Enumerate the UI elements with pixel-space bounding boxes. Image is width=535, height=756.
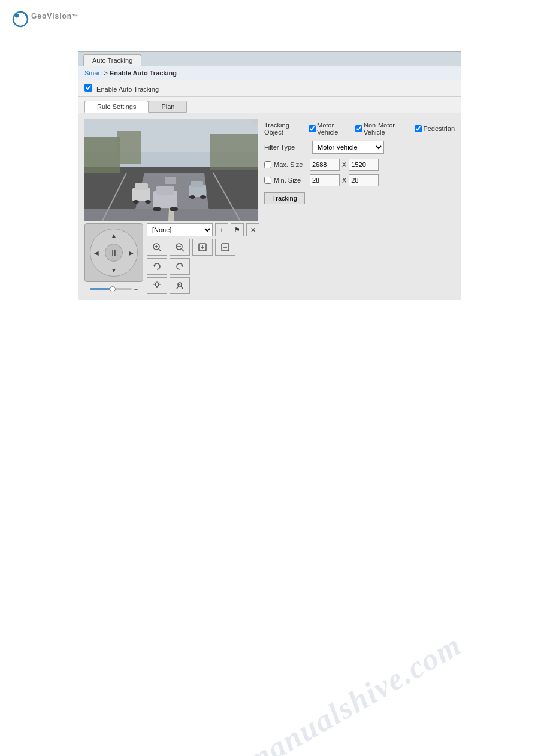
max-size-label: Max. Size [274,161,310,168]
ptz-left-button[interactable]: ◀ [92,248,101,257]
filter-type-label: Filter Type [264,144,312,151]
preset-add-button[interactable]: + [215,223,228,236]
zoom-slider-row: − [87,284,140,294]
svg-rect-20 [191,181,203,187]
svg-point-21 [189,195,195,199]
zoom-label: − [134,286,138,293]
rotate-ccw-button[interactable] [147,258,167,275]
preset-row: [None] + ⚑ ✕ [147,223,259,236]
tracking-button-row: Tracking [264,190,455,204]
svg-point-22 [200,195,206,199]
motor-vehicle-checkbox-item: Motor Vehicle [309,122,352,136]
filter-type-select[interactable]: Motor Vehicle Non-Motor Vehicle Pedestri… [312,141,384,154]
zoom-slider[interactable] [90,288,132,290]
breadcrumb-link[interactable]: Smart [84,69,102,77]
ptz-control: ▲ ▼ ◀ ▶ ⏸ [84,223,143,282]
max-size-x-input[interactable] [310,159,340,171]
ptz-down-button[interactable]: ▼ [109,265,119,275]
tracking-object-checkboxes: Motor Vehicle Non-Motor Vehicle Pedestri… [309,122,455,136]
pedestrian-label: Pedestrian [423,125,455,132]
svg-line-50 [177,286,179,289]
geovision-logo-icon [12,11,29,28]
zoom-out-button[interactable] [170,239,190,256]
zoom-row [147,239,259,256]
ptz-ring: ▲ ▼ ◀ ▶ ⏸ [90,229,138,277]
non-motor-vehicle-checkbox[interactable] [355,125,362,132]
svg-rect-24 [177,178,182,183]
filter-type-row: Filter Type Motor Vehicle Non-Motor Vehi… [264,141,455,154]
min-size-checkbox[interactable] [264,177,271,184]
svg-rect-5 [117,131,141,164]
preset-go-button[interactable]: ⚑ [231,223,244,236]
svg-rect-12 [156,186,174,195]
svg-rect-27 [252,119,258,125]
focus-near-button[interactable] [192,239,213,256]
pedestrian-checkbox[interactable] [415,125,422,132]
controls-panel: ▲ ▼ ◀ ▶ ⏸ − [84,223,258,294]
camera-control-buttons: [None] + ⚑ ✕ [147,223,259,294]
min-size-x-input[interactable] [310,174,340,186]
ptz-right-button[interactable]: ▶ [126,248,136,257]
max-size-row: Max. Size X [264,159,455,171]
svg-rect-4 [84,137,120,173]
max-size-checkbox[interactable] [264,161,271,168]
breadcrumb-bar: Smart > Enable Auto Tracking [78,66,461,80]
tracking-object-row: Tracking Object Motor Vehicle Non-Motor … [264,122,455,136]
svg-point-17 [133,200,139,204]
svg-point-13 [153,207,161,211]
tab-rule-settings[interactable]: Rule Settings [84,101,149,113]
min-size-row: Min. Size X [264,174,455,186]
special-row [147,277,259,294]
min-size-x-separator: X [342,177,346,184]
svg-line-29 [159,249,161,251]
rotate-cw-button[interactable] [170,258,190,275]
zoom-in-button[interactable] [147,239,167,256]
svg-point-1 [15,14,19,18]
focus-far-button[interactable] [215,239,235,256]
main-container: Auto Tracking Smart > Enable Auto Tracki… [78,51,461,300]
pedestrian-checkbox-item: Pedestrian [415,125,455,132]
ptz-up-button[interactable]: ▲ [109,230,119,240]
preset-delete-button[interactable]: ✕ [246,223,259,236]
left-panel: ▲ ▼ ◀ ▶ ⏸ − [84,119,258,294]
enable-auto-tracking-label: Enable Auto Tracking [96,86,159,93]
svg-point-18 [145,200,151,204]
auto-tracking-tab[interactable]: Auto Tracking [83,54,141,66]
breadcrumb-current: Enable Auto Tracking [110,69,177,77]
svg-line-45 [159,282,159,283]
svg-point-52 [179,284,180,285]
watermark: manualshive.com [239,627,467,756]
svg-rect-23 [165,177,176,184]
logo-area: GeoVision™ [0,0,535,34]
svg-line-33 [182,249,184,251]
svg-point-42 [155,283,159,286]
svg-line-51 [181,286,183,289]
tracking-object-label: Tracking Object [264,122,309,136]
motor-vehicle-label: Motor Vehicle [317,122,352,136]
wiper-button[interactable] [170,277,190,294]
enable-auto-tracking-checkbox[interactable] [84,84,92,92]
right-panel: Tracking Object Motor Vehicle Non-Motor … [264,119,455,294]
max-size-x-separator: X [342,161,346,168]
tracking-button[interactable]: Tracking [264,192,305,204]
svg-line-46 [155,282,155,283]
road-scene-svg [84,119,258,221]
preset-select[interactable]: [None] [147,223,213,236]
content-area: ▲ ▼ ◀ ▶ ⏸ − [78,113,461,300]
svg-rect-16 [135,183,148,190]
svg-marker-41 [181,265,183,267]
non-motor-vehicle-label: Non-Motor Vehicle [364,122,411,136]
svg-marker-40 [154,265,156,267]
tab-plan[interactable]: Plan [149,101,187,113]
tab-bar: Auto Tracking [78,52,461,66]
max-size-y-input[interactable] [349,159,379,171]
min-size-y-input[interactable] [349,174,379,186]
logo-text: GeoVision™ [31,11,78,27]
ptz-pause-button[interactable]: ⏸ [105,244,123,262]
breadcrumb-separator: > [104,69,109,77]
motor-vehicle-checkbox[interactable] [309,125,316,132]
sub-tabs: Rule Settings Plan [78,97,461,113]
enable-auto-tracking-row: Enable Auto Tracking [78,80,461,97]
svg-rect-6 [210,134,258,170]
light-button[interactable] [147,277,167,294]
